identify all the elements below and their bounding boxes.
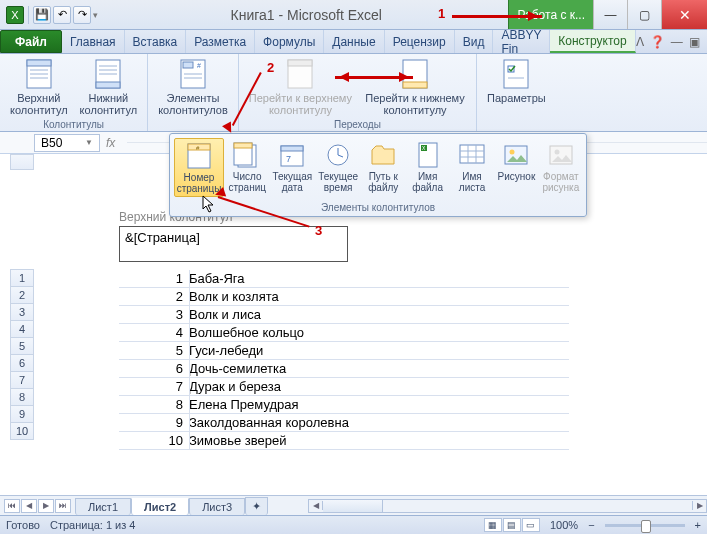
row-header[interactable]: 1 bbox=[10, 269, 34, 287]
footer-button[interactable]: Нижнийколонтитул bbox=[76, 56, 142, 118]
tab-file[interactable]: Файл bbox=[0, 30, 62, 53]
file-name-button[interactable]: XИмяфайла bbox=[406, 138, 448, 197]
row-header[interactable]: 5 bbox=[10, 337, 34, 355]
cell-a[interactable]: 8 bbox=[119, 397, 189, 412]
cell-a[interactable]: 3 bbox=[119, 307, 189, 322]
maximize-button[interactable]: ▢ bbox=[627, 0, 661, 29]
sheet-nav-prev[interactable]: ◀ bbox=[21, 499, 37, 513]
cell-b[interactable]: Дурак и береза bbox=[189, 379, 281, 394]
tab-formulas[interactable]: Формулы bbox=[255, 30, 324, 53]
table-row[interactable]: 6Дочь-семилетка bbox=[119, 360, 569, 378]
table-row[interactable]: 10Зимовье зверей bbox=[119, 432, 569, 450]
table-row[interactable]: 4Волшебное кольцо bbox=[119, 324, 569, 342]
tab-review[interactable]: Рецензир bbox=[385, 30, 455, 53]
select-all-cells[interactable] bbox=[10, 154, 34, 170]
cell-a[interactable]: 1 bbox=[119, 271, 189, 286]
fx-button[interactable]: fx bbox=[106, 136, 115, 150]
redo-icon[interactable]: ↷ bbox=[73, 6, 91, 24]
row-header[interactable]: 9 bbox=[10, 405, 34, 423]
new-sheet-button[interactable]: ✦ bbox=[245, 497, 268, 515]
table-row[interactable]: 1Баба-Яга bbox=[119, 270, 569, 288]
cell-b[interactable]: Дочь-семилетка bbox=[189, 361, 286, 376]
tab-abbyy[interactable]: ABBYY Fin bbox=[493, 30, 550, 53]
zoom-level[interactable]: 100% bbox=[550, 519, 578, 531]
cell-b[interactable]: Волк и козлята bbox=[189, 289, 279, 304]
svg-point-43 bbox=[510, 150, 515, 155]
table-row[interactable]: 2Волк и козлята bbox=[119, 288, 569, 306]
header-left-section[interactable]: &[Страница] bbox=[119, 226, 348, 262]
tab-home[interactable]: Главная bbox=[62, 30, 125, 53]
cell-a[interactable]: 6 bbox=[119, 361, 189, 376]
view-page-break-icon[interactable]: ▭ bbox=[522, 518, 540, 532]
cell-a[interactable]: 4 bbox=[119, 325, 189, 340]
app-icon[interactable]: X bbox=[6, 6, 24, 24]
cell-b[interactable]: Зимовье зверей bbox=[189, 433, 286, 448]
sheet-nav-next[interactable]: ▶ bbox=[38, 499, 54, 513]
row-header[interactable]: 4 bbox=[10, 320, 34, 338]
row-header[interactable]: 10 bbox=[10, 422, 34, 440]
tab-view[interactable]: Вид bbox=[455, 30, 494, 53]
minimize-button[interactable]: — bbox=[593, 0, 627, 29]
chevron-down-icon[interactable]: ▼ bbox=[85, 138, 93, 147]
table-row[interactable]: 9Заколдованная королевна bbox=[119, 414, 569, 432]
table-row[interactable]: 3Волк и лиса bbox=[119, 306, 569, 324]
current-date-button[interactable]: 7Текущаядата bbox=[270, 138, 314, 197]
cell-a[interactable]: 5 bbox=[119, 343, 189, 358]
cell-b[interactable]: Гуси-лебеди bbox=[189, 343, 263, 358]
ribbon-minimize-icon[interactable]: ᐱ bbox=[636, 35, 644, 49]
cell-b[interactable]: Елена Премудрая bbox=[189, 397, 299, 412]
close-button[interactable]: ✕ bbox=[661, 0, 707, 29]
zoom-in-button[interactable]: + bbox=[695, 519, 701, 531]
sheet-name-button[interactable]: Имялиста bbox=[451, 138, 493, 197]
sheet-nav: ⏮ ◀ ▶ ⏭ bbox=[0, 499, 75, 513]
cell-b[interactable]: Баба-Яга bbox=[189, 271, 245, 286]
window-title: Книга1 - Microsoft Excel bbox=[104, 7, 508, 23]
sheet-tab-1[interactable]: Лист1 bbox=[75, 498, 131, 515]
current-time-button[interactable]: Текущеевремя bbox=[316, 138, 360, 197]
qat-dropdown-icon[interactable]: ▾ bbox=[93, 10, 98, 20]
view-normal-icon[interactable]: ▦ bbox=[484, 518, 502, 532]
cell-a[interactable]: 2 bbox=[119, 289, 189, 304]
page-count-button[interactable]: Числостраниц bbox=[226, 138, 268, 197]
cell-a[interactable]: 7 bbox=[119, 379, 189, 394]
row-header[interactable]: 6 bbox=[10, 354, 34, 372]
horizontal-scrollbar[interactable]: ◀▶ bbox=[308, 499, 707, 513]
sheet-nav-first[interactable]: ⏮ bbox=[4, 499, 20, 513]
zoom-out-button[interactable]: − bbox=[588, 519, 594, 531]
tab-design[interactable]: Конструктор bbox=[550, 30, 635, 53]
cell-a[interactable]: 9 bbox=[119, 415, 189, 430]
picture-button[interactable]: Рисунок bbox=[495, 138, 537, 197]
cell-a[interactable]: 10 bbox=[119, 433, 189, 448]
sheet-tab-3[interactable]: Лист3 bbox=[189, 498, 245, 515]
group-navigation: Перейти к верхнемуколонтитулу Перейти к … bbox=[239, 54, 477, 131]
table-row[interactable]: 5Гуси-лебеди bbox=[119, 342, 569, 360]
header-button[interactable]: Верхнийколонтитул bbox=[6, 56, 72, 118]
row-header[interactable]: 8 bbox=[10, 388, 34, 406]
row-header[interactable]: 7 bbox=[10, 371, 34, 389]
row-header[interactable]: 2 bbox=[10, 286, 34, 304]
file-path-button[interactable]: Путь кфайлу bbox=[362, 138, 404, 197]
table-row[interactable]: 8Елена Премудрая bbox=[119, 396, 569, 414]
doc-minimize-icon[interactable]: — bbox=[671, 35, 683, 49]
doc-restore-icon[interactable]: ▣ bbox=[689, 35, 700, 49]
tab-data[interactable]: Данные bbox=[324, 30, 384, 53]
sheet-nav-last[interactable]: ⏭ bbox=[55, 499, 71, 513]
table-row[interactable]: 7Дурак и береза bbox=[119, 378, 569, 396]
hf-elements-button[interactable]: # Элементыколонтитулов bbox=[154, 56, 232, 118]
cell-b[interactable]: Волшебное кольцо bbox=[189, 325, 304, 340]
save-icon[interactable]: 💾 bbox=[33, 6, 51, 24]
help-icon[interactable]: ❓ bbox=[650, 35, 665, 49]
cell-b[interactable]: Волк и лиса bbox=[189, 307, 261, 322]
zoom-slider[interactable] bbox=[605, 524, 685, 527]
tab-layout[interactable]: Разметка bbox=[186, 30, 255, 53]
name-box[interactable]: B50 ▼ bbox=[34, 134, 100, 152]
goto-footer-button[interactable]: Перейти к нижнемуколонтитулу bbox=[360, 56, 470, 118]
view-page-layout-icon[interactable]: ▤ bbox=[503, 518, 521, 532]
page-number-button[interactable]: #Номерстраницы bbox=[174, 138, 224, 197]
cell-b[interactable]: Заколдованная королевна bbox=[189, 415, 349, 430]
undo-icon[interactable]: ↶ bbox=[53, 6, 71, 24]
sheet-tab-2[interactable]: Лист2 bbox=[131, 498, 189, 515]
options-button[interactable]: Параметры bbox=[483, 56, 550, 106]
row-header[interactable]: 3 bbox=[10, 303, 34, 321]
tab-insert[interactable]: Вставка bbox=[125, 30, 187, 53]
